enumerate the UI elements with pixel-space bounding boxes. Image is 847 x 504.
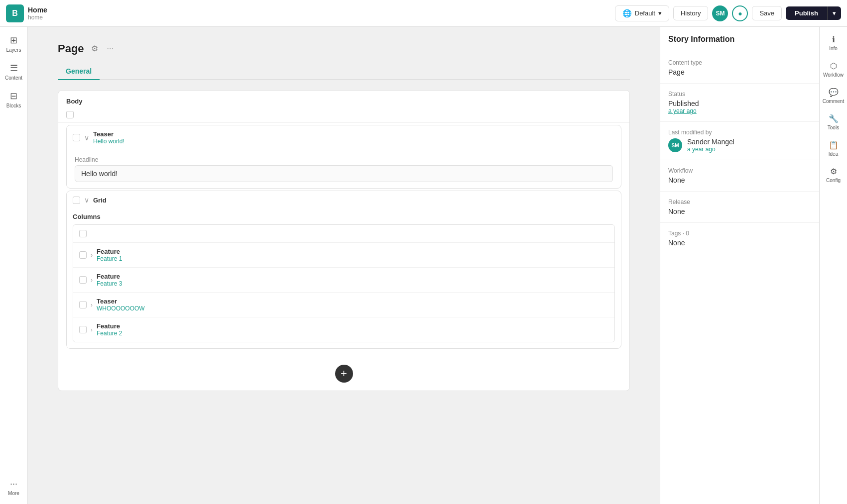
- comment-icon: 💬: [829, 88, 839, 97]
- body-label: Body: [58, 91, 629, 107]
- publish-button[interactable]: Publish: [786, 6, 827, 20]
- columns-card: › Feature Feature 1 › Feature: [73, 224, 615, 342]
- tabs-bar: General: [58, 63, 630, 80]
- col-type-3: Feature: [97, 322, 608, 330]
- status-icon: ●: [732, 5, 748, 21]
- grid-chevron-icon: ∨: [84, 196, 89, 204]
- page-header: Page ⚙ ···: [58, 42, 630, 55]
- col-chevron-0: ›: [91, 252, 93, 259]
- teaser-fields: Headline: [67, 150, 621, 188]
- add-btn-container: +: [58, 357, 629, 391]
- last-modified-time[interactable]: a year ago: [687, 146, 734, 153]
- user-avatar: SM: [712, 5, 728, 21]
- globe-icon: 🌐: [622, 9, 632, 18]
- rail-item-tools[interactable]: 🔧 Tools: [822, 110, 846, 134]
- headline-input[interactable]: [75, 165, 613, 182]
- last-modified-avatar: SM: [668, 138, 682, 152]
- rail-item-info[interactable]: ℹ Info: [822, 31, 846, 55]
- workflow-icon: ⬡: [830, 61, 837, 71]
- col-type-0: Feature: [97, 248, 608, 255]
- col-info-2: Teaser WHOOOOOOOW: [97, 298, 608, 312]
- content-icon: ☰: [10, 63, 18, 74]
- sidebar-item-more[interactable]: ··· More: [2, 475, 26, 500]
- col-info-1: Feature Feature 3: [97, 273, 608, 287]
- col-row-feature3: › Feature Feature 3: [73, 268, 614, 293]
- rail-item-comment[interactable]: 💬 Comment: [822, 84, 846, 108]
- status-time[interactable]: a year ago: [668, 107, 811, 114]
- col-checkbox-2[interactable]: [79, 301, 87, 308]
- page-settings-button[interactable]: ⚙: [89, 42, 100, 55]
- rail-item-config[interactable]: ⚙ Config: [822, 163, 846, 187]
- tab-general[interactable]: General: [58, 63, 100, 80]
- status-label: Status: [668, 91, 811, 98]
- topbar-page-subtitle: home: [28, 14, 47, 21]
- col-row-feature1: › Feature Feature 1: [73, 243, 614, 268]
- col-subtitle-2: WHOOOOOOOW: [97, 305, 608, 312]
- teaser-chevron-icon: ∨: [84, 134, 89, 142]
- col-checkbox-0[interactable]: [79, 251, 87, 259]
- app-logo: B: [6, 4, 24, 22]
- main-layout: ⊞ Layers ☰ Content ⊟ Blocks ··· More Pag…: [0, 27, 847, 504]
- rail-item-workflow[interactable]: ⬡ Workflow: [822, 57, 846, 82]
- workflow-value: None: [668, 176, 811, 184]
- grid-header: ∨ Grid: [67, 191, 621, 209]
- history-button[interactable]: History: [673, 6, 708, 20]
- teaser-info: Teaser Hello world!: [93, 130, 615, 145]
- content-type-value: Page: [668, 68, 811, 76]
- columns-label: Columns: [73, 209, 615, 224]
- page-title: Page: [58, 42, 84, 55]
- topbar-page-title: Home: [28, 6, 47, 14]
- columns-empty-row: [73, 225, 614, 243]
- content-type-label: Content type: [668, 59, 811, 66]
- last-modified-info: Sander Mangel a year ago: [687, 138, 734, 153]
- release-section: Release None: [660, 192, 819, 223]
- col-type-2: Teaser: [97, 298, 608, 305]
- topbar-actions: 🌐 Default ▾ History SM ● Save Publish ▾: [615, 5, 841, 21]
- release-label: Release: [668, 199, 811, 205]
- status-value: Published: [668, 100, 811, 107]
- topbar: B Home home 🌐 Default ▾ History SM ● Sav…: [0, 0, 847, 27]
- publish-dropdown-button[interactable]: ▾: [827, 6, 841, 20]
- tags-section: Tags · 0 None: [660, 223, 819, 254]
- sidebar-item-layers[interactable]: ⊞ Layers: [2, 31, 26, 57]
- last-modified-section: Last modified by SM Sander Mangel a year…: [660, 122, 819, 160]
- col-checkbox-1[interactable]: [79, 276, 87, 284]
- sidebar-item-content[interactable]: ☰ Content: [2, 59, 26, 85]
- empty-row: [58, 107, 629, 123]
- save-button[interactable]: Save: [752, 6, 782, 20]
- add-block-button[interactable]: +: [335, 365, 353, 383]
- empty-checkbox[interactable]: [66, 111, 74, 118]
- topbar-title: Home home: [28, 6, 47, 21]
- right-rail: ℹ Info ⬡ Workflow 💬 Comment 🔧 Tools 📋 Id…: [819, 27, 847, 504]
- more-icon: ···: [10, 479, 17, 489]
- right-panel: Story Information Content type Page Stat…: [660, 27, 819, 504]
- col-subtitle-1: Feature 3: [97, 280, 608, 287]
- teaser-subtitle: Hello world!: [93, 138, 615, 145]
- default-button[interactable]: 🌐 Default ▾: [615, 5, 669, 21]
- col-empty-checkbox[interactable]: [79, 230, 87, 237]
- grid-checkbox[interactable]: [73, 197, 80, 204]
- page-more-button[interactable]: ···: [105, 42, 116, 55]
- sidebar-item-blocks[interactable]: ⊟ Blocks: [2, 87, 26, 112]
- last-modified-name: Sander Mangel: [687, 138, 734, 146]
- info-icon: ℹ: [832, 35, 835, 44]
- last-modified-row: SM Sander Mangel a year ago: [668, 138, 811, 153]
- col-chevron-1: ›: [91, 277, 93, 284]
- col-info-0: Feature Feature 1: [97, 248, 608, 262]
- col-subtitle-3: Feature 2: [97, 330, 608, 337]
- col-chevron-3: ›: [91, 326, 93, 333]
- col-chevron-2: ›: [91, 302, 93, 308]
- blocks-icon: ⊟: [10, 91, 17, 101]
- teaser-checkbox[interactable]: [73, 134, 80, 141]
- idea-icon: 📋: [829, 140, 839, 150]
- tags-label: Tags · 0: [668, 230, 811, 237]
- col-subtitle-0: Feature 1: [97, 255, 608, 262]
- last-modified-label: Last modified by: [668, 129, 811, 136]
- grid-type: Grid: [93, 197, 615, 204]
- rail-item-idea[interactable]: 📋 Idea: [822, 136, 846, 161]
- content-area: Page ⚙ ··· General Body ∨ Teaser: [28, 27, 660, 504]
- right-panel-title: Story Information: [660, 27, 819, 52]
- teaser-block-container: ∨ Teaser Hello world! Headline: [66, 125, 621, 189]
- col-checkbox-3[interactable]: [79, 326, 87, 333]
- left-sidebar: ⊞ Layers ☰ Content ⊟ Blocks ··· More: [0, 27, 28, 504]
